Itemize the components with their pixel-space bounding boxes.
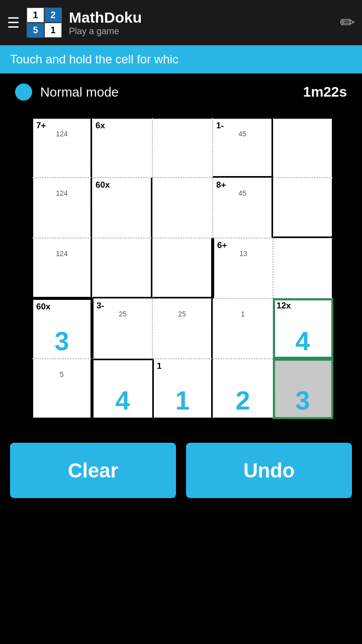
cell-4-2-value: 1 [175, 387, 190, 414]
cell-4-3-value: 2 [236, 387, 250, 414]
cell-2-1[interactable] [92, 238, 152, 298]
cell-0-0[interactable]: 7+124 [32, 117, 92, 178]
cell-1-3-hints: 45 [213, 189, 272, 197]
cell-3-0[interactable]: 60x3 [32, 298, 92, 359]
cell-4-0-hints: 5 [33, 370, 90, 378]
clear-button[interactable]: Clear [10, 443, 176, 498]
cell-0-1[interactable]: 6x [92, 117, 152, 178]
app-logo: 1 2 5 1 [27, 8, 62, 38]
cell-1-1-label: 60x [96, 180, 110, 190]
cell-0-3-label: 1- [216, 121, 224, 131]
cell-1-2[interactable] [152, 178, 213, 238]
cell-3-4-label: 12x [277, 301, 291, 311]
undo-button[interactable]: Undo [186, 443, 352, 498]
cell-0-0-hints: 124 [33, 130, 90, 138]
cell-2-3-hints: 13 [214, 250, 273, 258]
app-subtitle: Play a game [69, 26, 340, 37]
mode-label: Normal mode [40, 85, 303, 100]
hint-banner: Touch and hold the cell for whic [0, 45, 362, 73]
grid-container: 7+1246x1-4512460x8+451246+1360x33-252511… [0, 111, 362, 428]
cell-4-2-label: 1 [157, 361, 161, 371]
pen-icon: ✏ [340, 12, 355, 33]
cell-3-2-hints: 25 [153, 310, 211, 318]
logo-cell-4: 1 [45, 23, 61, 37]
app-title: MathDoku [69, 9, 340, 26]
cell-0-2[interactable] [152, 117, 213, 178]
cell-3-1-hints: 25 [94, 310, 152, 318]
menu-icon[interactable]: ☰ [7, 15, 20, 31]
puzzle-grid: 7+1246x1-4512460x8+451246+1360x33-252511… [30, 116, 332, 418]
cell-1-4[interactable] [273, 178, 333, 238]
cell-3-3-hints: 1 [213, 310, 273, 318]
app-header: ☰ 1 2 5 1 MathDoku Play a game ✏ [0, 0, 362, 45]
cell-2-2[interactable] [152, 238, 213, 298]
cell-1-3[interactable]: 8+45 [213, 178, 273, 238]
cell-4-4-value: 3 [296, 387, 310, 414]
cell-0-3-hints: 45 [213, 130, 272, 138]
logo-cell-1: 1 [27, 8, 44, 22]
cell-4-0[interactable]: 5 [32, 359, 92, 419]
cell-1-1[interactable]: 60x [92, 178, 152, 238]
cell-2-4[interactable] [273, 238, 333, 298]
cell-2-3[interactable]: 6+13 [213, 238, 273, 298]
logo-cell-2: 2 [45, 8, 61, 22]
cell-1-0[interactable]: 124 [32, 178, 92, 238]
cell-1-3-label: 8+ [216, 180, 226, 190]
cell-3-4-value: 4 [296, 328, 310, 354]
cell-2-0-hints: 124 [33, 250, 90, 258]
cell-0-4[interactable] [273, 117, 333, 178]
cell-4-3[interactable]: 2 [213, 359, 273, 419]
cell-2-0[interactable]: 124 [32, 238, 92, 298]
cell-3-0-value: 3 [55, 328, 69, 354]
mode-indicator-dot [15, 84, 32, 101]
cell-0-0-label: 7+ [36, 121, 46, 131]
cell-0-1-label: 6x [96, 121, 105, 131]
cell-3-3[interactable]: 1 [213, 298, 273, 359]
cell-4-1-value: 4 [116, 387, 130, 414]
mode-bar: Normal mode 1m22s [0, 73, 362, 111]
cell-3-4[interactable]: 12x4 [273, 298, 333, 359]
cell-3-0-label: 60x [36, 302, 50, 312]
cell-3-1[interactable]: 3-25 [92, 298, 152, 359]
logo-cell-3: 5 [27, 23, 44, 37]
button-row: Clear Undo [0, 428, 362, 513]
cell-3-1-label: 3- [97, 301, 104, 311]
cell-4-2[interactable]: 11 [152, 359, 213, 419]
cell-4-1[interactable]: 4 [92, 359, 152, 419]
cell-2-3-label: 6+ [217, 240, 227, 251]
app-title-block: MathDoku Play a game [69, 9, 340, 37]
cell-1-0-hints: 124 [33, 189, 90, 197]
timer: 1m22s [303, 84, 347, 100]
cell-0-3[interactable]: 1-45 [213, 117, 273, 178]
cell-4-4[interactable]: 3 [273, 359, 333, 419]
cell-3-2[interactable]: 25 [152, 298, 213, 359]
